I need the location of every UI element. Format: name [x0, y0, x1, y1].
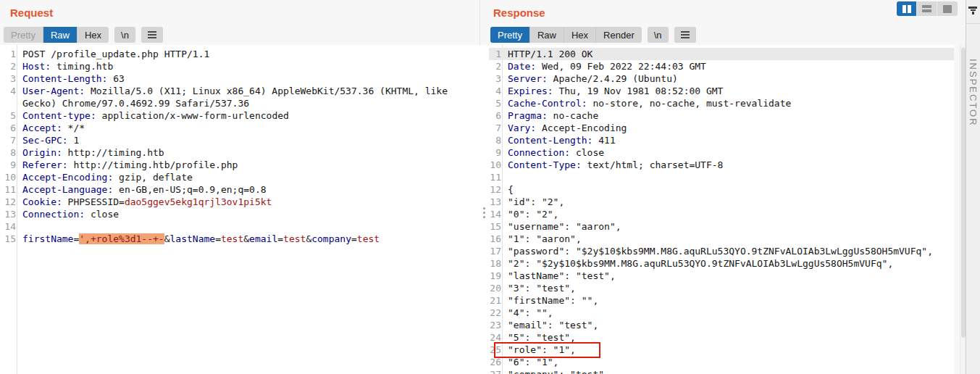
code-line-3[interactable]: 3Server: Apache/2.4.29 (Ubuntu) [489, 72, 954, 85]
line-text: HTTP/1.1 200 OK [503, 48, 954, 60]
line-number: 4 [0, 85, 18, 97]
line-text: Pragma: no-cache [503, 109, 954, 122]
code-line-14[interactable]: 14"0": "2", [489, 208, 954, 220]
line-text: Vary: Accept-Encoding [503, 122, 954, 134]
code-line-6[interactable]: 6Accept: */* [0, 122, 479, 134]
line-text: Accept: */* [18, 122, 479, 134]
code-line-7[interactable]: 7Sec-GPC: 1 [0, 134, 479, 146]
line-text: Content-Type: text/html; charset=UTF-8 [503, 159, 954, 171]
code-line-5[interactable]: 5Content-type: application/x-www-form-ur… [0, 109, 479, 122]
line-number: 20 [489, 282, 503, 294]
response-editor[interactable]: 1HTTP/1.1 200 OK2Date: Wed, 09 Feb 2022 … [489, 45, 954, 374]
code-line-5[interactable]: 5Cache-Control: no-store, no-cache, must… [489, 97, 954, 109]
code-line-17[interactable]: 17"password": "$2y$10$kbs9MM.M8G.aquRLu5… [489, 245, 954, 257]
code-line-10[interactable]: 10Content-Type: text/html; charset=UTF-8 [489, 159, 954, 171]
code-line-26[interactable]: 26"6": "1", [489, 356, 954, 368]
line-number: 24 [489, 331, 503, 344]
line-text: Server: Apache/2.4.29 (Ubuntu) [503, 72, 954, 85]
code-line-9[interactable]: 9Referer: http://timing.htb/profile.php [0, 159, 479, 171]
line-text: Referer: http://timing.htb/profile.php [18, 159, 479, 171]
line-number: 5 [0, 109, 18, 122]
code-line-12[interactable]: 12Cookie: PHPSESSID=dao5ggev5ekg1qrjl3ov… [0, 196, 479, 208]
line-number: 5 [489, 97, 503, 109]
line-number: 18 [489, 257, 503, 270]
panel-splitter[interactable] [479, 45, 489, 374]
code-line-21[interactable]: 21"firstName": "", [489, 294, 954, 307]
line-number: 15 [0, 233, 18, 245]
line-number: 15 [489, 220, 503, 233]
code-line-15[interactable]: 15"username": "aaron", [489, 220, 954, 233]
code-line-9[interactable]: 9Connection: close [489, 146, 954, 159]
tab-hex[interactable]: Hex [564, 27, 596, 43]
code-line-2[interactable]: 2Date: Wed, 09 Feb 2022 22:44:03 GMT [489, 60, 954, 72]
code-line-2[interactable]: 2Host: timing.htb [0, 60, 479, 72]
single-pane-icon [943, 5, 952, 13]
tab-hex[interactable]: Hex [78, 27, 109, 43]
tab-render[interactable]: Render [596, 27, 642, 43]
single-layout-button[interactable] [937, 1, 958, 16]
code-line-16[interactable]: 16"1": "aaron", [489, 233, 954, 245]
code-line-15[interactable]: 15firstName=',+role%3d1--+-&lastName=tes… [0, 233, 479, 245]
code-line-3[interactable]: 3Content-Length: 63 [0, 72, 479, 85]
code-line-27[interactable]: 27"company": "test" [489, 368, 954, 374]
request-panel: Request PrettyRawHex \n 1POST /profile_u… [0, 0, 480, 374]
code-line-11[interactable]: 11 [489, 171, 954, 183]
tab-pretty[interactable]: Pretty [4, 27, 43, 43]
two-columns-icon [902, 5, 911, 13]
line-text: "6": "1", [503, 356, 954, 368]
response-menu-button[interactable] [674, 27, 696, 43]
code-line-19[interactable]: 19"lastName": "test", [489, 270, 954, 282]
line-number: 10 [489, 159, 503, 171]
code-line-1[interactable]: 1POST /profile_update.php HTTP/1.1 [0, 48, 479, 60]
line-number: 7 [489, 122, 503, 134]
tab-raw[interactable]: Raw [43, 27, 78, 43]
code-line-1[interactable]: 1HTTP/1.1 200 OK [489, 48, 954, 60]
line-number: 19 [489, 270, 503, 282]
code-line-20[interactable]: 20"3": "test", [489, 282, 954, 294]
request-newline-toggle-button[interactable]: \n [114, 27, 135, 43]
line-number: 17 [489, 245, 503, 257]
two-rows-icon [922, 5, 931, 12]
code-line-8[interactable]: 8Origin: http://timing.htb [0, 146, 479, 159]
inspector-collapse-button[interactable] [966, 0, 980, 24]
line-number: 1 [0, 48, 18, 60]
line-text: Accept-Language: en-GB,en-US;q=0.9,en;q=… [18, 183, 479, 196]
line-number: 13 [489, 196, 503, 208]
line-number: 1 [489, 48, 503, 60]
code-line-13[interactable]: 13"id": "2", [489, 196, 954, 208]
code-line-6[interactable]: 6Pragma: no-cache [489, 109, 954, 122]
line-text: Cache-Control: no-store, no-cache, must-… [503, 97, 954, 109]
request-title: Request [10, 7, 53, 19]
request-editor[interactable]: 1POST /profile_update.php HTTP/1.12Host:… [0, 45, 479, 374]
stacked-layout-button[interactable] [917, 1, 937, 16]
response-newline-toggle-button[interactable]: \n [648, 27, 669, 43]
tab-raw[interactable]: Raw [530, 27, 564, 43]
line-text: "username": "aaron", [503, 220, 954, 233]
line-text: Connection: close [18, 208, 479, 220]
response-panel-header: Response PrettyRawHexRender \n [489, 0, 960, 45]
columns-layout-button[interactable] [897, 1, 917, 16]
code-line-13[interactable]: 13Connection: close [0, 208, 479, 220]
line-text: Expires: Thu, 19 Nov 1981 08:52:00 GMT [503, 85, 954, 97]
tab-pretty[interactable]: Pretty [490, 27, 530, 43]
code-line-25[interactable]: 25"role": "1", [489, 344, 954, 356]
code-line-18[interactable]: 18"2": "$2y$10$kbs9MM.M8G.aquRLu53QYO.9t… [489, 257, 954, 270]
code-line-8[interactable]: 8Content-Length: 411 [489, 134, 954, 146]
burp-message-editor: Request PrettyRawHex \n 1POST /profile_u… [0, 0, 980, 374]
code-line-12[interactable]: 12{ [489, 183, 954, 196]
code-line-11[interactable]: 11Accept-Language: en-GB,en-US;q=0.9,en;… [0, 183, 479, 196]
code-line-4[interactable]: 4User-Agent: Mozilla/5.0 (X11; Linux x86… [0, 85, 479, 109]
line-text: "role": "1", [503, 344, 954, 356]
line-text: "3": "test", [503, 282, 954, 294]
code-line-23[interactable]: 23"email": "test", [489, 319, 954, 331]
hamburger-icon [148, 31, 156, 33]
code-line-14[interactable]: 14 [0, 220, 479, 233]
code-line-24[interactable]: 24"5": "test", [489, 331, 954, 344]
request-menu-button[interactable] [141, 27, 163, 43]
code-line-4[interactable]: 4Expires: Thu, 19 Nov 1981 08:52:00 GMT [489, 85, 954, 97]
code-line-7[interactable]: 7Vary: Accept-Encoding [489, 122, 954, 134]
line-number: 22 [489, 307, 503, 319]
code-line-10[interactable]: 10Accept-Encoding: gzip, deflate [0, 171, 479, 183]
editor-layout-buttons [897, 1, 958, 16]
code-line-22[interactable]: 22"4": "", [489, 307, 954, 319]
